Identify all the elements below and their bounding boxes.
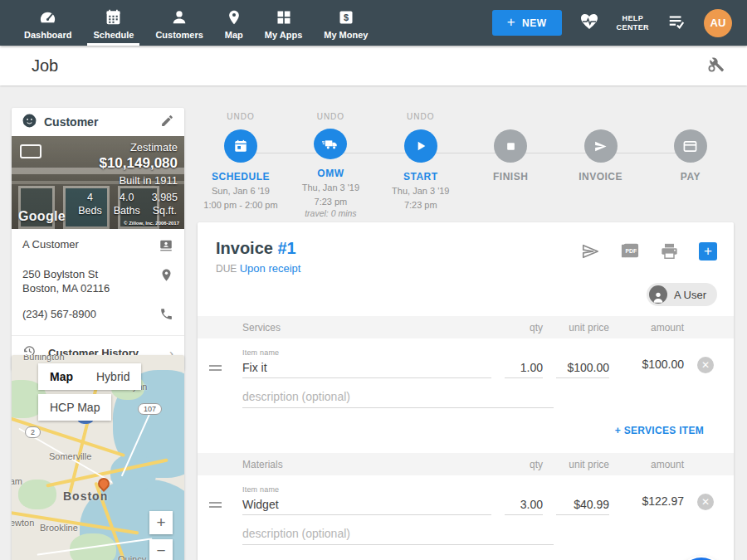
help-center-link[interactable]: HELP CENTER bbox=[617, 14, 649, 32]
map-type-hybrid-button[interactable]: Hybrid bbox=[85, 363, 141, 390]
schedule-step-button[interactable] bbox=[224, 129, 257, 163]
money-icon: $ bbox=[338, 7, 354, 27]
customer-phone-row: (234) 567-8900 bbox=[12, 299, 184, 328]
add-services-item-button[interactable]: + SERVICES ITEM bbox=[615, 425, 704, 436]
material-description-input[interactable] bbox=[242, 523, 554, 545]
map-type-map-button[interactable]: Map bbox=[38, 363, 85, 390]
help-center-line2: CENTER bbox=[617, 23, 649, 32]
service-qty-field[interactable]: 1.00 bbox=[505, 357, 543, 378]
main-column: UNDO SCHEDULE Sun, Jan 6 '19 1:00 pm - 2… bbox=[198, 85, 734, 218]
nav-item-label: My Apps bbox=[265, 30, 302, 40]
task-list-icon[interactable] bbox=[666, 12, 687, 34]
customer-address: 250 Boylston St Boston, MA 02116 bbox=[22, 267, 110, 295]
nav-item-map[interactable]: Map bbox=[214, 0, 254, 46]
schedule-icon bbox=[105, 7, 122, 27]
zillow-copyright: © Zillow, Inc. 2006-2017 bbox=[124, 221, 179, 226]
svg-text:PDF: PDF bbox=[626, 248, 637, 254]
invoice-title: Invoice #1 bbox=[216, 239, 300, 258]
material-unit-price-field[interactable]: $40.99 bbox=[556, 494, 609, 515]
hcp-map-button[interactable]: HCP Map bbox=[38, 394, 111, 421]
nav-item-customers[interactable]: Customers bbox=[144, 0, 213, 46]
send-invoice-icon[interactable] bbox=[580, 242, 600, 264]
map-zoom-in-button[interactable]: + bbox=[149, 511, 173, 534]
map-type-toggle: Map Hybrid bbox=[38, 363, 141, 390]
phone-icon[interactable] bbox=[159, 307, 173, 324]
zestimate-value: $10,149,080 bbox=[78, 155, 178, 172]
stat-beds: 4 Beds bbox=[78, 191, 102, 217]
pay-step-button[interactable] bbox=[674, 129, 707, 163]
invoice-step-button[interactable] bbox=[584, 129, 618, 163]
drag-handle[interactable] bbox=[209, 365, 229, 378]
map-zoom-out-button[interactable]: − bbox=[149, 539, 173, 560]
add-service-row: + SERVICES ITEM bbox=[198, 408, 734, 443]
service-item-name-field[interactable]: Fix it bbox=[242, 357, 491, 378]
materials-section-header: Materials qty unit price amount bbox=[198, 453, 734, 475]
item-name-label: Item name bbox=[242, 485, 491, 494]
service-unit-price-field[interactable]: $100.00 bbox=[556, 357, 609, 378]
apps-grid-icon bbox=[276, 7, 292, 27]
location-pin-icon[interactable] bbox=[159, 267, 173, 286]
send-icon bbox=[593, 139, 608, 153]
edit-pencil-icon[interactable] bbox=[160, 114, 174, 131]
amount-column-header: amount bbox=[622, 322, 684, 334]
undo-schedule-button[interactable]: UNDO bbox=[227, 112, 254, 122]
zestimate-label: Zestimate bbox=[78, 141, 178, 153]
drag-handle[interactable] bbox=[209, 502, 229, 515]
print-icon[interactable] bbox=[660, 242, 679, 264]
built-year: Built in 1911 bbox=[78, 174, 178, 187]
job-workflow-steps: UNDO SCHEDULE Sun, Jan 6 '19 1:00 pm - 2… bbox=[198, 112, 734, 218]
map-town-quincy: Quincy bbox=[118, 554, 146, 560]
user-avatar[interactable]: AU bbox=[704, 9, 732, 37]
street-view-icon[interactable] bbox=[20, 144, 42, 158]
nav-items: Dashboard Schedule Customers Map My Apps bbox=[0, 0, 378, 46]
add-invoice-button[interactable]: + bbox=[699, 242, 717, 261]
item-name-label: Item name bbox=[242, 348, 491, 357]
step-time: 7:23 pm bbox=[404, 199, 437, 211]
beds-value: 4 bbox=[78, 191, 102, 204]
undo-start-button[interactable]: UNDO bbox=[407, 112, 434, 122]
customer-card: Customer Zestimate $10,149,080 Built in … bbox=[12, 108, 184, 370]
travel-time: travel: 0 mins bbox=[305, 208, 356, 218]
undo-omw-button[interactable]: UNDO bbox=[317, 112, 344, 121]
map-town-newton: Newton bbox=[12, 518, 34, 528]
assignee-row: A User bbox=[198, 275, 734, 306]
due-terms-link[interactable]: Upon receipt bbox=[240, 262, 301, 275]
baths-value: 4.0 bbox=[114, 191, 140, 204]
new-button[interactable]: + NEW bbox=[492, 10, 562, 36]
route-2-badge: 2 bbox=[25, 426, 41, 438]
assignee-avatar-icon bbox=[649, 285, 667, 304]
step-label: SCHEDULE bbox=[212, 171, 270, 183]
material-amount-value: $122.97 bbox=[622, 494, 684, 515]
pdf-icon[interactable]: PDF bbox=[620, 242, 640, 264]
map-town-boston: Boston bbox=[63, 489, 108, 503]
nav-item-my-money[interactable]: $ My Money bbox=[313, 0, 378, 46]
material-qty-field[interactable]: 3.00 bbox=[505, 494, 543, 515]
nav-item-my-apps[interactable]: My Apps bbox=[254, 0, 313, 46]
job-settings-wrench-icon[interactable] bbox=[706, 54, 725, 77]
step-invoice: INVOICE bbox=[558, 112, 644, 218]
remove-item-button[interactable]: ✕ bbox=[697, 494, 714, 510]
qty-column-header: qty bbox=[505, 322, 543, 334]
nav-item-dashboard[interactable]: Dashboard bbox=[13, 0, 82, 46]
remove-item-button[interactable]: ✕ bbox=[697, 357, 714, 373]
service-description-input[interactable] bbox=[242, 387, 554, 408]
assignee-chip[interactable]: A User bbox=[647, 283, 717, 306]
start-step-button[interactable] bbox=[404, 129, 437, 163]
nav-item-schedule[interactable]: Schedule bbox=[82, 0, 144, 46]
customer-name: A Customer bbox=[22, 237, 79, 251]
invoice-number[interactable]: #1 bbox=[277, 239, 295, 257]
item-name-cell: Item name Fix it bbox=[242, 348, 491, 378]
invoice-due: DUE Upon receipt bbox=[216, 262, 300, 275]
nav-item-label: Map bbox=[225, 30, 243, 40]
sqft-label: Sq.ft. bbox=[152, 204, 178, 217]
finish-step-button[interactable] bbox=[494, 129, 527, 163]
contact-card-icon[interactable] bbox=[159, 237, 173, 256]
stop-icon bbox=[505, 141, 516, 152]
service-description-row bbox=[198, 378, 734, 408]
route-107-badge: 107 bbox=[138, 403, 162, 415]
omw-step-button[interactable] bbox=[314, 129, 347, 159]
step-omw: UNDO OMW Thu, Jan 3 '19 7:23 pm travel: … bbox=[287, 112, 374, 218]
material-item-name-field[interactable]: Widget bbox=[242, 494, 491, 515]
health-heart-icon[interactable] bbox=[579, 12, 600, 35]
address-line1: 250 Boylston St bbox=[22, 267, 110, 281]
